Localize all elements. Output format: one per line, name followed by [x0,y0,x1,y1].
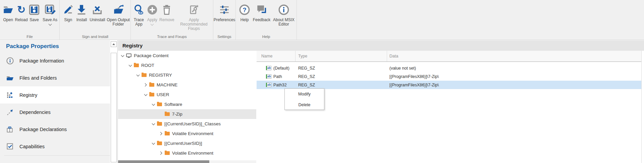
chevron-down-icon[interactable] [151,122,156,126]
package-properties-sidebar: Package Properties Package Information F… [0,40,110,163]
about-msix-editor-button-label: About MSIX Editor [271,18,296,27]
sidebar-item-capabilities[interactable]: Capabilities [0,138,110,155]
save-button[interactable]: Save [28,2,41,22]
save-button-label: Save [30,18,39,22]
tree-node-volatile-environment-2[interactable]: Volatile Environment [118,148,256,158]
column-header-data[interactable]: Data [387,51,641,62]
ribbon-group-trace-fixups-label: Trace and Fixups [131,35,213,39]
sign-button-label: Sign [64,18,72,22]
column-header-type[interactable]: Type [295,51,387,62]
open-output-folder-button[interactable]: Open Output Folder [106,2,130,27]
tree-node-machine[interactable]: MACHINE [118,80,256,90]
sidebar-item-label: Capabilities [19,144,45,149]
trash-icon [161,3,172,17]
tree-node-label: Volatile Environment [172,151,213,156]
page-title: Registry [122,43,143,48]
value-type: REG_SZ [295,74,387,79]
open-button[interactable]: Open [1,2,15,22]
column-header-name[interactable]: Name [257,54,295,58]
sliders-icon [219,3,230,17]
sign-button[interactable]: Sign [62,2,74,22]
chevron-right-icon[interactable] [159,131,163,136]
sidebar-item-label: Files and Folders [19,75,57,81]
tree-node-label: Package Content [134,53,169,58]
feedback-button[interactable]: Feedback [252,2,271,22]
uninstall-x-icon [92,3,103,17]
save-icon [29,3,40,17]
apply-button[interactable]: Apply [146,2,159,25]
about-msix-editor-button[interactable]: About MSIX Editor [271,2,296,27]
ribbon-group-trace-fixups: Trace App Apply Remove Apply Recommend [131,0,213,40]
horizontal-scrollbar-thumb[interactable] [118,160,209,163]
chevron-right-icon[interactable] [143,83,148,87]
tree-node-registry[interactable]: REGISTRY [118,70,256,80]
sidebar-item-files-and-folders[interactable]: Files and Folders [0,69,110,86]
tree-node-label: Software [164,102,182,107]
tree-node-currentusersid-classes[interactable]: [{CurrentUserSID}]_Classes [118,119,256,129]
ribbon-group-sign-install: Sign Install Uninstall Open Output Folde… [60,0,131,40]
info-circle-icon [6,57,14,65]
ribbon-group-settings-label: Settings [213,35,235,39]
value-data: [{ProgramFilesX86}]\7-Zip\ [387,74,641,79]
reload-button-label: Reload [15,18,28,22]
tree-node-label: REGISTRY [149,73,172,78]
svg-text:?: ? [243,6,246,13]
install-button[interactable]: Install [74,2,89,22]
string-value-icon: ab [266,83,271,87]
tree-node-package-content[interactable]: Package Content [118,51,256,60]
trace-app-button[interactable]: Trace App [132,2,146,27]
value-data: [{ProgramFilesX86}]\7-Zip\ [387,83,641,87]
remove-button[interactable]: Remove [159,2,175,22]
tree-node-root[interactable]: ROOT [118,60,256,70]
tree-node-7zip[interactable]: 7-Zip [118,109,256,119]
table-row-path[interactable]: abPath REG_SZ [{ProgramFilesX86}]\7-Zip\ [257,72,641,81]
dependency-arrow-icon [6,108,14,116]
registry-page: Registry Package Content ROOT REGISTRY [118,40,644,163]
tree-node-label: USER [157,92,169,97]
context-menu-item-delete[interactable]: Delete [285,99,324,110]
chevron-placeholder [159,112,163,117]
table-header: Name Type Data [257,51,641,62]
chevron-down-icon[interactable] [151,102,156,107]
sidebar-item-label: Registry [19,92,37,98]
chevron-down-icon[interactable] [151,141,156,146]
apply-recommended-fixups-button[interactable]: Apply Recommended Fixups [175,2,213,31]
sidebar-item-package-declarations[interactable]: Package Declarations [0,121,110,138]
reload-button[interactable]: ↻ Reload [15,2,28,22]
feedback-button-label: Feedback [253,18,271,22]
folder-icon [134,64,139,67]
sidebar-item-package-information[interactable]: Package Information [0,52,110,69]
sidebar-nav: Package Information Files and Folders Re… [0,52,110,155]
sidebar-item-label: Dependencies [19,110,51,115]
info-circle-icon [278,3,289,17]
uninstall-button[interactable]: Uninstall [89,2,106,22]
help-button[interactable]: ? Help [237,2,252,22]
apply-dropdown-chevron-icon[interactable] [151,23,154,26]
tree-node-user[interactable]: USER [118,90,256,99]
tree-node-volatile-environment-1[interactable]: Volatile Environment [118,129,256,138]
table-row-default[interactable]: ab(Default) REG_SZ (value not set) [257,64,641,72]
chevron-down-icon[interactable] [136,73,140,78]
folder-icon [157,122,162,126]
chevron-down-icon[interactable] [120,53,125,58]
tree-node-currentusersid[interactable]: [{CurrentUserSID}] [118,138,256,148]
folder-arrow-icon [113,3,124,17]
tree-node-software[interactable]: Software [118,99,256,109]
scrollbar-up-button[interactable] [111,41,117,47]
preferences-button[interactable]: Preferences [213,2,235,22]
ribbon-group-file-label: File [0,35,59,39]
tree-horizontal-scrollbar[interactable] [118,160,256,163]
chevron-down-icon[interactable] [143,92,148,97]
sidebar-title: Package Properties [0,40,110,50]
scrollbar-thumb[interactable] [111,53,117,162]
chevron-right-icon[interactable] [159,151,163,156]
sidebar-item-dependencies[interactable]: Dependencies [0,104,110,121]
sidebar-item-registry[interactable]: Registry [0,86,110,104]
chevron-down-icon[interactable] [128,63,132,68]
table-row-path32[interactable]: abPath32 REG_SZ [{ProgramFilesX86}]\7-Zi… [257,81,641,89]
value-data: (value not set) [387,66,641,71]
save-as-button[interactable]: Save As [41,2,59,25]
context-menu-item-modify[interactable]: Modify [285,89,324,99]
sidebar-scrollbar[interactable] [110,40,118,163]
save-as-dropdown-chevron-icon[interactable] [48,23,52,26]
